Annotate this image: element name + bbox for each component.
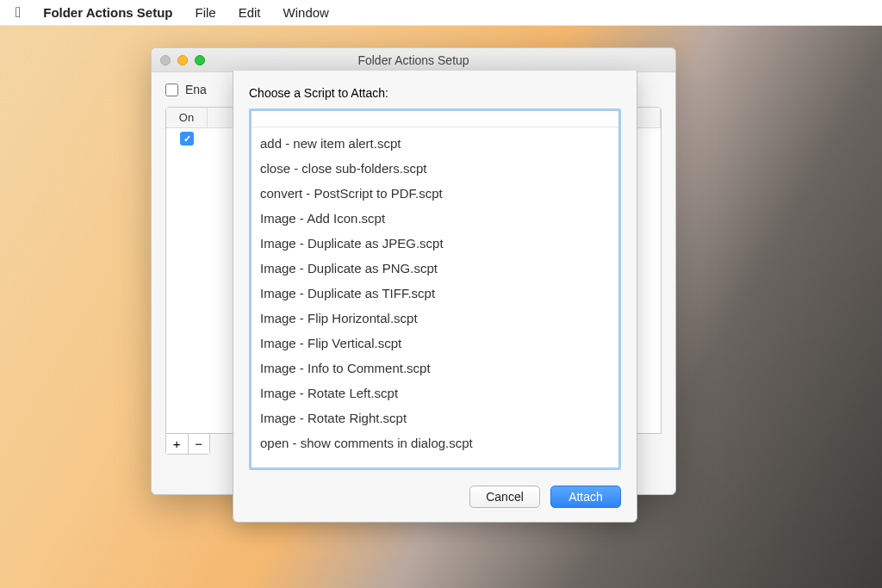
close-icon[interactable] (160, 55, 171, 65)
sheet-button-row: Cancel Attach (249, 486, 621, 508)
list-item[interactable]: close - close sub-folders.scpt (252, 156, 618, 181)
menu-app-name[interactable]: Folder Actions Setup (43, 5, 172, 20)
add-button[interactable]: + (166, 434, 188, 454)
window-title: Folder Actions Setup (357, 53, 469, 67)
attach-script-sheet: Choose a Script to Attach: add - new ite… (233, 71, 637, 523)
menu-window[interactable]: Window (283, 5, 329, 20)
enable-folder-actions-label: Ena (185, 83, 207, 96)
add-remove-bar: + − (165, 434, 210, 455)
menubar[interactable]:  Folder Actions Setup File Edit Window (0, 0, 882, 26)
list-item[interactable]: Image - Rotate Right.scpt (252, 405, 618, 430)
maximize-icon[interactable] (195, 55, 205, 65)
list-item[interactable]: Image - Flip Horizontal.scpt (252, 306, 618, 331)
cancel-button[interactable]: Cancel (469, 486, 540, 508)
list-item[interactable]: Image - Duplicate as JPEG.scpt (252, 231, 618, 256)
list-item[interactable]: Image - Rotate Left.scpt (252, 381, 618, 405)
row-on-cell: ✓ (166, 132, 208, 145)
list-item[interactable]: Image - Duplicate as PNG.scpt (252, 256, 618, 281)
list-item[interactable]: convert - PostScript to PDF.scpt (252, 181, 618, 206)
row-on-checkbox-checked[interactable]: ✓ (180, 132, 194, 145)
remove-button[interactable]: − (188, 434, 210, 454)
enable-folder-actions-checkbox[interactable] (165, 84, 178, 96)
list-item[interactable]: Image - Info to Comment.scpt (252, 356, 618, 381)
list-item[interactable]: Image - Flip Vertical.scpt (252, 331, 618, 356)
list-item[interactable]: open - show comments in dialog.scpt (252, 430, 618, 455)
list-item[interactable]: Image - Duplicate as TIFF.scpt (252, 281, 618, 306)
list-item[interactable]: Image - Add Icon.scpt (252, 206, 618, 231)
column-on-header[interactable]: On (166, 108, 208, 127)
list-item[interactable]: add - new item alert.scpt (252, 131, 618, 156)
window-titlebar[interactable]: Folder Actions Setup (152, 48, 675, 72)
script-items: add - new item alert.scptclose - close s… (252, 127, 618, 459)
script-listbox[interactable]: add - new item alert.scptclose - close s… (249, 108, 621, 470)
attach-button[interactable]: Attach (550, 486, 621, 508)
menu-edit[interactable]: Edit (239, 5, 261, 20)
sheet-title: Choose a Script to Attach: (249, 86, 621, 100)
menu-file[interactable]: File (196, 5, 216, 20)
traffic-lights (160, 55, 205, 65)
minimize-icon[interactable] (177, 55, 188, 65)
apple-icon[interactable]:  (16, 5, 21, 20)
